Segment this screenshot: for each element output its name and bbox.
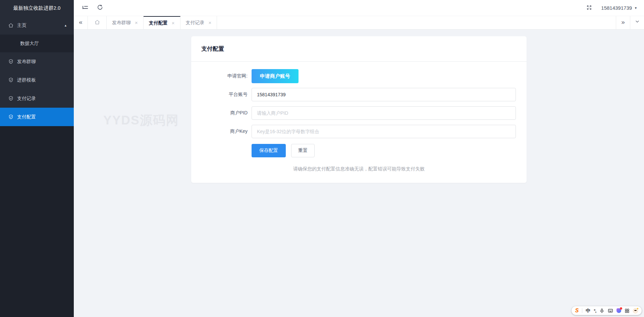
form-row-pid: 商户PID xyxy=(191,106,527,120)
ime-toolbox-icon[interactable] xyxy=(625,308,630,313)
tags-nav: « 发布群聊 × 支付配置 × 支付记录 × » xyxy=(74,16,644,30)
caret-down-icon: ▼ xyxy=(634,6,637,10)
home-icon xyxy=(8,22,14,28)
refresh-button[interactable] xyxy=(93,0,107,16)
double-chevron-right-icon: » xyxy=(621,18,625,26)
fullscreen-button[interactable] xyxy=(586,4,592,12)
close-icon[interactable]: × xyxy=(172,20,175,25)
app-title: 最新独立收款进群2.0 xyxy=(0,0,74,16)
save-config-button[interactable]: 保存配置 xyxy=(252,144,286,157)
divider xyxy=(582,308,582,313)
fullscreen-icon xyxy=(586,4,592,12)
tags-menu-button[interactable] xyxy=(630,16,644,29)
scroll-tags-right-button[interactable]: » xyxy=(616,16,630,29)
merchant-pid-input[interactable] xyxy=(252,106,516,120)
ime-emoji-icon[interactable] xyxy=(633,308,638,313)
sidebar-item-label: 主页 xyxy=(17,22,26,29)
app-root: 最新独立收款进群2.0 主页 ▲ 数据大厅 发布群聊 xyxy=(0,0,644,317)
card-body: 申请官网: 申请商户账号 平台账号 商户PID 商户Key xyxy=(191,62,527,172)
tab-pay-records[interactable]: 支付记录 × xyxy=(180,16,217,29)
sidebar-item-label: 数据大厅 xyxy=(20,41,39,47)
shield-check-icon xyxy=(8,114,14,120)
tab-home-button[interactable] xyxy=(88,16,107,29)
field-label-account: 平台账号 xyxy=(191,92,248,98)
form-row-account: 平台账号 xyxy=(191,88,527,101)
account-number: 15814391739 xyxy=(601,5,632,11)
tab-label: 支付配置 xyxy=(149,20,168,26)
sidebar-item-label: 支付配置 xyxy=(17,114,36,120)
topbar-right: 15814391739 ▼ xyxy=(586,4,644,12)
scroll-tags-left-button[interactable]: « xyxy=(74,16,88,29)
close-icon[interactable]: × xyxy=(135,20,138,25)
shield-check-icon xyxy=(8,77,14,83)
sidebar-item-pay-config[interactable]: 支付配置 xyxy=(0,108,74,126)
form-row-website: 申请官网: 申请商户账号 xyxy=(191,69,527,83)
reset-button[interactable]: 重置 xyxy=(291,144,315,157)
tab-pay-config[interactable]: 支付配置 × xyxy=(144,16,180,29)
menu-fold-icon xyxy=(82,4,89,12)
form-row-key: 商户Key xyxy=(191,125,527,138)
close-icon[interactable]: × xyxy=(209,20,212,25)
ime-toolbar: S 中 °, xyxy=(572,306,642,315)
onscreen-keyboard-icon[interactable] xyxy=(608,308,613,313)
apply-merchant-account-button[interactable]: 申请商户账号 xyxy=(252,69,299,83)
shield-check-icon xyxy=(8,96,14,101)
ime-language-toggle[interactable]: 中 xyxy=(586,308,590,313)
sidebar-item-pay-records[interactable]: 支付记录 xyxy=(0,89,74,108)
watermark: YYDS源码网 xyxy=(103,112,179,129)
tab-label: 发布群聊 xyxy=(112,20,131,26)
sidebar-item-data-hall[interactable]: 数据大厅 xyxy=(0,35,74,52)
microphone-icon[interactable] xyxy=(599,308,604,313)
tags-nav-right: » xyxy=(616,16,644,29)
main-content: YYDS源码网 支付配置 申请官网: 申请商户账号 平台账号 商户PID xyxy=(74,30,644,317)
sidebar-item-home[interactable]: 主页 ▲ xyxy=(0,16,74,35)
form-actions: 保存配置 重置 xyxy=(191,144,527,157)
sidebar: 最新独立收款进群2.0 主页 ▲ 数据大厅 发布群聊 xyxy=(0,0,74,317)
sidebar-item-label: 支付记录 xyxy=(17,96,36,102)
tab-publish[interactable]: 发布群聊 × xyxy=(107,16,144,29)
merchant-key-input[interactable] xyxy=(252,125,516,138)
sidebar-item-label: 进群模板 xyxy=(17,77,36,83)
caret-up-icon: ▲ xyxy=(64,24,67,27)
double-chevron-left-icon: « xyxy=(79,18,83,26)
ime-assistant-icon[interactable] xyxy=(616,308,621,313)
refresh-icon xyxy=(97,4,103,12)
home-icon xyxy=(94,19,100,26)
sogou-logo-icon[interactable]: S xyxy=(575,308,579,313)
sidebar-item-template[interactable]: 进群模板 xyxy=(0,71,74,89)
field-label-pid: 商户PID xyxy=(191,110,248,116)
field-label-website: 申请官网: xyxy=(191,73,248,79)
sidebar-item-label: 发布群聊 xyxy=(17,59,36,65)
shield-check-icon xyxy=(8,59,14,64)
topbar: 15814391739 ▼ xyxy=(74,0,644,16)
pay-config-card: 支付配置 申请官网: 申请商户账号 平台账号 商户PID 商户Key xyxy=(191,36,527,183)
tab-label: 支付记录 xyxy=(186,20,205,26)
account-dropdown[interactable]: 15814391739 ▼ xyxy=(601,5,637,11)
sidebar-item-publish[interactable]: 发布群聊 xyxy=(0,52,74,71)
card-header: 支付配置 xyxy=(191,36,527,62)
chevron-down-icon xyxy=(635,18,640,26)
config-warning-note: 请确保您的支付配置信息准确无误，配置错误可能导致支付失败 xyxy=(191,166,527,172)
ime-punctuation-toggle[interactable]: °, xyxy=(594,309,596,313)
field-label-key: 商户Key xyxy=(191,128,248,135)
sidebar-menu: 主页 ▲ 数据大厅 发布群聊 进群模板 xyxy=(0,16,74,126)
platform-account-input[interactable] xyxy=(252,88,516,101)
card-title: 支付配置 xyxy=(201,45,224,53)
sider-trigger-button[interactable] xyxy=(78,0,93,16)
